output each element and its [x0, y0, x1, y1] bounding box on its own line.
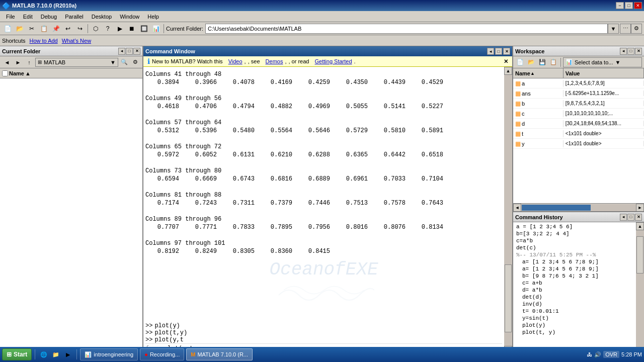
panel-undock-button[interactable]: ◂	[118, 48, 125, 55]
cmd-maximize-button[interactable]: □	[495, 48, 502, 55]
start-button[interactable]: ⊞ Start	[2, 348, 32, 360]
ch-item-plotty[interactable]: plot(t, y)	[514, 329, 635, 336]
workspace-maximize-button[interactable]: □	[627, 48, 634, 55]
ch-scroll-up[interactable]: ▲	[636, 222, 644, 230]
ch-item-a3[interactable]: a= [1 2 3;4 5 6 7;8 9;]	[514, 265, 635, 273]
info-close-button[interactable]: ✕	[504, 58, 508, 65]
ch-item-invd[interactable]: inv(d)	[514, 301, 635, 308]
ws-row-b[interactable]: ▦ b [9,8,7;6,5,4;3,2,1]	[513, 99, 644, 109]
toolbar-btn-4[interactable]: ⏹	[126, 23, 137, 34]
ws-hscroll-thumb[interactable]	[522, 205, 591, 211]
folder-dropdown-button[interactable]: ▼	[608, 24, 619, 34]
new-file-button[interactable]: 📄	[2, 23, 13, 34]
folder-back-button[interactable]: ◄	[2, 57, 12, 67]
panel-maximize-button[interactable]: □	[126, 48, 133, 55]
taskbar-recording-btn[interactable]: ● Recording...	[140, 348, 184, 360]
select-all-checkbox[interactable]	[2, 70, 8, 76]
folder-up-button[interactable]: ↑	[24, 57, 34, 67]
ws-open-btn[interactable]: 📂	[526, 57, 536, 67]
toolbar-btn-5[interactable]: 🔲	[138, 23, 149, 34]
ws-row-t[interactable]: ▦ t <1x101 double>	[513, 129, 644, 139]
ws-new-btn[interactable]: 📄	[515, 57, 525, 67]
ch-item-detc[interactable]: det(c)	[514, 244, 635, 251]
menu-help[interactable]: Help	[143, 13, 163, 21]
ch-item-t[interactable]: t= 0:0.01:1	[514, 308, 635, 315]
folder-browse-button[interactable]: ⋯	[620, 24, 631, 34]
cut-button[interactable]: ✂	[26, 23, 37, 34]
ws-row-y[interactable]: ▦ y <1x101 double>	[513, 139, 644, 149]
ch-item-capb[interactable]: c= a+b	[514, 280, 635, 287]
ch-scroll-track[interactable]	[636, 230, 644, 354]
ch-maximize-button[interactable]: □	[627, 214, 634, 221]
name-sort-button[interactable]: Name ▲	[2, 70, 31, 76]
ws-hscroll-track[interactable]	[521, 204, 636, 211]
cmd-close-button[interactable]: ✕	[503, 48, 510, 55]
ch-close-button[interactable]: ✕	[635, 214, 642, 221]
how-to-add-link[interactable]: How to Add	[29, 38, 57, 44]
menu-parallel[interactable]: Parallel	[61, 13, 88, 21]
select-data-button[interactable]: 📊 Select data to... ▼	[563, 57, 642, 67]
ch-undock-button[interactable]: ◂	[620, 214, 627, 221]
ql-ie-btn[interactable]: 🌐	[38, 349, 49, 360]
folder-forward-button[interactable]: ►	[13, 57, 23, 67]
scroll-track[interactable]	[504, 75, 512, 346]
whats-new-link[interactable]: What's New	[62, 38, 91, 44]
folder-search-button[interactable]: 🔍	[119, 57, 129, 67]
ch-item-b[interactable]: b=[3 3;2 2; 4 4]	[514, 230, 635, 237]
ch-item-ysin[interactable]: y=sin(t)	[514, 315, 635, 322]
menu-desktop[interactable]: Desktop	[88, 13, 116, 21]
ql-folder-btn[interactable]: 📁	[50, 349, 61, 360]
ws-copy-btn[interactable]: 📋	[548, 57, 558, 67]
ws-row-c[interactable]: ▦ c [10,10,10;10,10,10;...	[513, 109, 644, 119]
help-button[interactable]: ?	[102, 23, 113, 34]
workspace-section: Workspace ◂ □ ✕ 📄 📂 💾 📋 📊 Select data to…	[513, 46, 644, 211]
scroll-up-button[interactable]: ▲	[504, 67, 512, 75]
video-link[interactable]: Video	[228, 58, 243, 64]
menu-file[interactable]: File	[2, 13, 19, 21]
cmd-undock-button[interactable]: ◂	[487, 48, 494, 55]
ch-item-ploty[interactable]: plot(y)	[514, 322, 635, 329]
folder-settings-button[interactable]: ⚙	[631, 24, 642, 34]
folder-settings-btn[interactable]: ⚙	[130, 57, 140, 67]
toolbar-btn-3[interactable]: ▶	[114, 23, 125, 34]
ch-item-a2[interactable]: a= [1 2 3;4 5 6 7;8 9;]	[514, 258, 635, 265]
toolbar-btn-6[interactable]: 📊	[150, 23, 162, 34]
maximize-button[interactable]: □	[625, 2, 633, 9]
ws-value-col-header[interactable]: Value	[564, 68, 644, 78]
command-output[interactable]: Columns 41 through 48 0.3894 0.3966 0.40…	[143, 67, 504, 354]
menu-edit[interactable]: Edit	[19, 13, 37, 21]
menu-window[interactable]: Window	[116, 13, 143, 21]
copy-button[interactable]: 📋	[38, 23, 49, 34]
taskbar-intro-btn[interactable]: 📊 introengineering	[80, 348, 138, 360]
ws-row-ans[interactable]: ▦ ans [-5.6295e+13,1.1259e...	[513, 88, 644, 99]
ch-scroll-thumb[interactable]	[636, 236, 643, 274]
ws-row-d[interactable]: ▦ d [30,24,18;84,69,54;138...	[513, 119, 644, 129]
workspace-undock-button[interactable]: ◂	[620, 48, 627, 55]
ws-name-col-header[interactable]: Name ▲	[513, 68, 564, 78]
close-button[interactable]: ✕	[634, 2, 642, 9]
ch-item-b2[interactable]: b= [9 8 7;6 5 4; 3 2 1]	[514, 273, 635, 280]
undo-button[interactable]: ↩	[62, 23, 73, 34]
ws-hscroll-right[interactable]: ►	[636, 204, 644, 212]
panel-close-button[interactable]: ✕	[133, 48, 140, 55]
redo-button[interactable]: ↪	[74, 23, 86, 34]
simulink-button[interactable]: ⬡	[90, 23, 101, 34]
ch-item-detd[interactable]: det(d)	[514, 294, 635, 301]
open-file-button[interactable]: 📂	[14, 23, 25, 34]
ws-row-a[interactable]: ▦ a [1,2,3;4,5,6;7,8,9]	[513, 78, 644, 88]
ws-save-btn[interactable]: 💾	[537, 57, 547, 67]
taskbar-matlab-btn[interactable]: M MATLAB 7.10.0 (R...	[186, 348, 253, 360]
workspace-close-button[interactable]: ✕	[635, 48, 642, 55]
menu-debug[interactable]: Debug	[37, 13, 61, 21]
demos-link[interactable]: Demos	[266, 58, 283, 64]
minimize-button[interactable]: −	[616, 2, 624, 9]
current-folder-input[interactable]	[205, 24, 608, 34]
getting-started-link[interactable]: Getting Started	[315, 58, 352, 64]
ws-hscroll-left[interactable]: ◄	[513, 204, 521, 212]
scroll-thumb[interactable]	[505, 264, 512, 332]
ch-item-cab[interactable]: c=a*b	[514, 237, 635, 244]
paste-button[interactable]: 📌	[50, 23, 61, 34]
ch-item-dab[interactable]: d= a*b	[514, 287, 635, 294]
ch-item-a[interactable]: a = [1 2 3;4 5 6]	[514, 223, 635, 230]
ql-media-btn[interactable]: ▶	[62, 349, 73, 360]
